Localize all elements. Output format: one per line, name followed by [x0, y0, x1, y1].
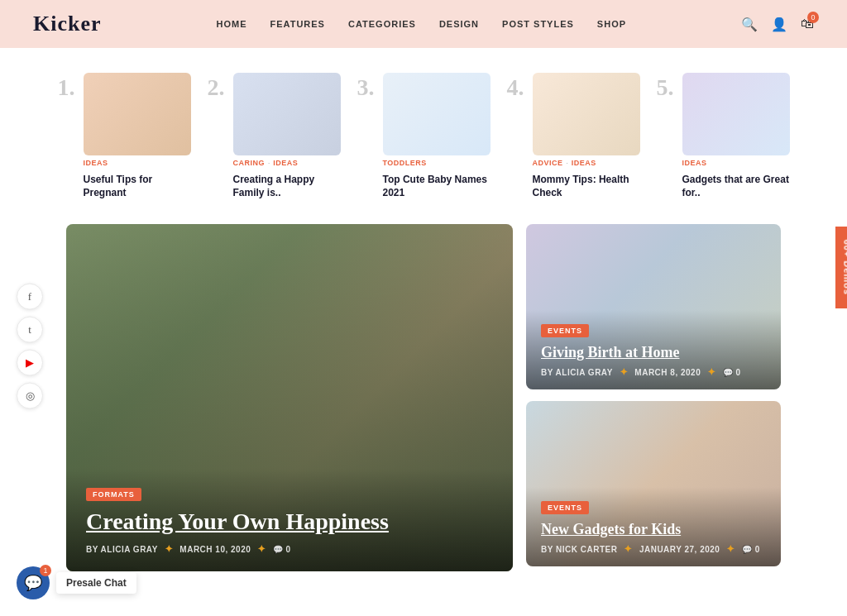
side-card-badge: EVENTS [541, 501, 589, 514]
trending-item: 1. IDEAS Useful Tips for Pregnant [58, 73, 191, 199]
demos-tab[interactable]: 60+ Demos [835, 226, 847, 308]
trending-image[interactable] [84, 73, 191, 155]
header-actions: 🔍 👤 🛍 0 [741, 17, 814, 32]
feature-title[interactable]: Creating Your Own Happiness [86, 508, 493, 536]
side-card-title[interactable]: Giving Birth at Home [541, 344, 766, 361]
trending-section: 1. IDEAS Useful Tips for Pregnant 2. CAR… [0, 48, 847, 216]
side-card-badge: EVENTS [541, 324, 589, 337]
feature-author: BY ALICIA GRAY [86, 545, 158, 554]
cart-icon[interactable]: 🛍 0 [801, 17, 814, 31]
trending-image[interactable] [233, 73, 341, 155]
side-card-title[interactable]: New Gadgets for Kids [541, 521, 766, 538]
side-card[interactable]: EVENTS Giving Birth at Home BY ALICIA GR… [526, 224, 781, 389]
trending-tag: IDEAS [84, 159, 108, 167]
feature-badge: FORMATS [86, 488, 141, 501]
meta-dot: ✦ [165, 543, 174, 555]
trending-image[interactable] [383, 73, 490, 155]
trending-tag: ADVICE [533, 159, 563, 167]
side-card-date: JANUARY 27, 2020 [639, 545, 720, 554]
chat-badge: 1 [40, 565, 51, 576]
side-card-comments: 💬 0 [742, 545, 760, 554]
nav-design[interactable]: DESIGN [439, 19, 479, 29]
feature-meta: BY ALICIA GRAY ✦ MARCH 10, 2020 ✦ 💬 0 [86, 543, 493, 555]
search-icon[interactable]: 🔍 [741, 17, 758, 32]
trending-item: 3. TODDLERS Top Cute Baby Names 2021 [357, 73, 490, 199]
trending-number: 1. [58, 76, 75, 99]
instagram-icon: ◎ [26, 389, 35, 402]
feature-card-overlay: FORMATS Creating Your Own Happiness BY A… [66, 469, 513, 572]
trending-number: 4. [507, 76, 524, 99]
twitter-button[interactable]: t [17, 316, 43, 342]
trending-number: 3. [357, 76, 375, 99]
youtube-icon: ▶ [26, 356, 34, 369]
trending-tag: IDEAS [682, 159, 707, 167]
chat-label[interactable]: Presale Chat [56, 572, 136, 594]
trending-title[interactable]: Useful Tips for Pregnant [84, 174, 191, 199]
meta-dot: ✦ [257, 543, 266, 555]
meta-dot: ✦ [624, 543, 633, 555]
nav-categories[interactable]: CATEGORIES [348, 19, 416, 29]
trending-title[interactable]: Top Cute Baby Names 2021 [383, 174, 490, 199]
nav-features[interactable]: FEATURES [270, 19, 324, 29]
trending-item: 4. ADVICE · IDEAS Mommy Tips: Health Che… [507, 73, 640, 199]
side-card-date: MARCH 8, 2020 [634, 368, 701, 377]
site-logo[interactable]: Kicker [33, 12, 102, 36]
user-icon[interactable]: 👤 [771, 17, 787, 32]
side-card-author: BY NICK CARTER [541, 545, 617, 554]
feature-date: MARCH 10, 2020 [179, 545, 251, 554]
side-card-meta: BY ALICIA GRAY ✦ MARCH 8, 2020 ✦ 💬 0 [541, 366, 766, 378]
nav-shop[interactable]: SHOP [597, 19, 626, 29]
facebook-icon: f [28, 289, 31, 303]
side-card-overlay: EVENTS Giving Birth at Home BY ALICIA GR… [526, 310, 781, 389]
youtube-button[interactable]: ▶ [17, 349, 43, 375]
trending-tag: IDEAS [273, 159, 298, 167]
chat-widget: 💬 1 Presale Chat [17, 566, 136, 599]
facebook-button[interactable]: f [17, 283, 43, 309]
side-card-meta: BY NICK CARTER ✦ JANUARY 27, 2020 ✦ 💬 0 [541, 543, 766, 555]
trending-tag: IDEAS [572, 159, 596, 167]
trending-title[interactable]: Gadgets that are Great for.. [682, 174, 790, 199]
instagram-button[interactable]: ◎ [17, 382, 43, 408]
trending-tag: TODDLERS [383, 159, 427, 167]
trending-number: 2. [208, 76, 225, 99]
side-card-comments: 💬 0 [723, 368, 741, 377]
main-content: FORMATS Creating Your Own Happiness BY A… [0, 216, 847, 596]
chat-button[interactable]: 💬 1 [17, 566, 50, 599]
cart-badge: 0 [807, 12, 819, 23]
main-nav: HOME FEATURES CATEGORIES DESIGN POST STY… [216, 19, 626, 29]
side-card[interactable]: EVENTS New Gadgets for Kids BY NICK CART… [526, 401, 781, 566]
meta-dot: ✦ [620, 366, 629, 378]
trending-item: 2. CARING · IDEAS Creating a Happy Famil… [208, 73, 341, 199]
trending-tag: CARING [233, 159, 266, 167]
site-header: Kicker HOME FEATURES CATEGORIES DESIGN P… [0, 0, 847, 48]
social-sidebar: f t ▶ ◎ [17, 283, 43, 408]
trending-title[interactable]: Creating a Happy Family is.. [233, 174, 341, 199]
nav-post-styles[interactable]: POST STYLES [502, 19, 574, 29]
trending-title[interactable]: Mommy Tips: Health Check [533, 174, 640, 199]
trending-number: 5. [657, 76, 674, 99]
meta-dot: ✦ [726, 543, 735, 555]
side-card-overlay: EVENTS New Gadgets for Kids BY NICK CART… [526, 487, 781, 566]
trending-image[interactable] [533, 73, 640, 155]
trending-item: 5. IDEAS Gadgets that are Great for.. [657, 73, 790, 199]
feature-card[interactable]: FORMATS Creating Your Own Happiness BY A… [66, 224, 513, 571]
trending-image[interactable] [682, 73, 790, 155]
feature-comments: 💬 0 [273, 545, 291, 554]
side-cards: EVENTS Giving Birth at Home BY ALICIA GR… [526, 224, 781, 571]
twitter-icon: t [28, 322, 31, 336]
meta-dot: ✦ [707, 366, 716, 378]
side-card-author: BY ALICIA GRAY [541, 368, 613, 377]
nav-home[interactable]: HOME [216, 19, 246, 29]
